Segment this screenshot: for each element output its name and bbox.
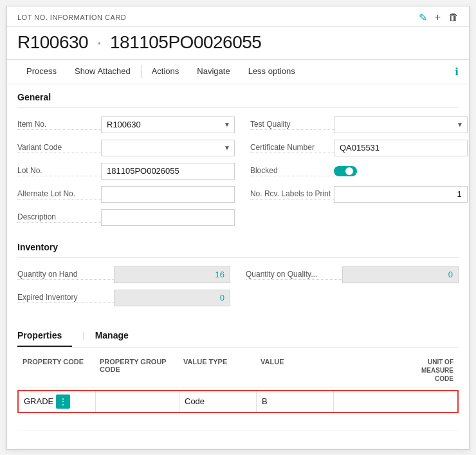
col-value-type: VALUE TYPE bbox=[178, 357, 255, 384]
toggle-thumb bbox=[345, 167, 353, 175]
item-no-label: Item No. bbox=[17, 120, 101, 130]
alt-lot-no-label: Alternate Lot No. bbox=[17, 189, 101, 200]
variant-code-label: Variant Code bbox=[17, 143, 101, 153]
card-header: LOT NO. INFORMATION CARD ✎ + 🗑 bbox=[7, 6, 469, 27]
cell-property-code: GRADE ⋮ bbox=[19, 391, 96, 412]
no-rcv-labels-input[interactable] bbox=[334, 186, 468, 203]
item-no-input-wrapper[interactable]: ▼ bbox=[101, 116, 235, 133]
qty-on-hand-number: 16 bbox=[215, 270, 224, 279]
card-header-title: LOT NO. INFORMATION CARD bbox=[17, 14, 126, 21]
general-fields-grid: Item No. ▼ Variant Code ▼ bbox=[17, 116, 459, 232]
delete-icon[interactable]: 🗑 bbox=[448, 12, 459, 24]
variant-code-input-wrapper[interactable]: ▼ bbox=[101, 140, 235, 156]
table-header: PROPERTY CODE PROPERTY GROUP CODE VALUE … bbox=[17, 354, 459, 387]
item-no-row: Item No. ▼ bbox=[17, 116, 235, 134]
cert-number-label: Certificate Number bbox=[250, 143, 334, 153]
tab-separator: | bbox=[82, 325, 84, 347]
general-right-col: Test Quality ▼ Certificate Number bbox=[250, 116, 468, 232]
item-no-input[interactable] bbox=[102, 118, 220, 131]
col-unit-of-measure-code: UNIT OFMEASURECODE bbox=[333, 357, 459, 384]
qty-on-quality-value[interactable]: 0 bbox=[342, 266, 459, 283]
tab-properties[interactable]: Properties bbox=[17, 325, 72, 347]
toolbar-show-attached[interactable]: Show Attached bbox=[66, 60, 140, 84]
qty-on-hand-row: Quantity on Hand 16 bbox=[17, 266, 230, 284]
property-code-value: GRADE bbox=[24, 396, 53, 406]
lot-no-row: Lot No. bbox=[17, 162, 235, 180]
description-row: Description bbox=[17, 209, 235, 227]
title-part2: 181105PO0026055 bbox=[110, 32, 261, 52]
info-icon[interactable]: ℹ bbox=[455, 66, 459, 78]
col-value: VALUE bbox=[255, 357, 333, 384]
blocked-label: Blocked bbox=[250, 166, 334, 176]
expired-inventory-value[interactable]: 0 bbox=[114, 290, 230, 306]
qty-on-quality-label: Quantity on Quality... bbox=[246, 270, 342, 280]
description-label: Description bbox=[17, 212, 101, 223]
inventory-grid: Quantity on Hand 16 Expired Inventory 0 … bbox=[17, 266, 459, 312]
general-left-col: Item No. ▼ Variant Code ▼ bbox=[17, 116, 235, 232]
test-quality-label: Test Quality bbox=[250, 120, 334, 130]
blocked-toggle[interactable] bbox=[334, 165, 357, 178]
toolbar-actions[interactable]: Actions bbox=[143, 60, 188, 84]
expired-inventory-number: 0 bbox=[220, 293, 224, 302]
variant-code-value: ▼ bbox=[101, 140, 235, 156]
toolbar: Process Show Attached Actions Navigate L… bbox=[7, 59, 469, 84]
test-quality-input-wrapper[interactable]: ▼ bbox=[334, 116, 468, 133]
no-rcv-labels-row: No. Rcv. Labels to Print bbox=[250, 185, 468, 203]
general-section-title: General bbox=[17, 92, 459, 108]
record-title: R100630 · 181105PO0026055 bbox=[7, 27, 469, 59]
general-section: General Item No. ▼ Variant Code bbox=[7, 84, 469, 232]
description-value bbox=[101, 209, 235, 226]
qty-on-hand-label: Quantity on Hand bbox=[17, 270, 114, 280]
cert-number-row: Certificate Number bbox=[250, 139, 468, 157]
blocked-value bbox=[334, 165, 468, 178]
expired-inventory-label: Expired Inventory bbox=[17, 293, 114, 303]
col-property-code: PROPERTY CODE bbox=[17, 357, 95, 384]
variant-code-input[interactable] bbox=[102, 141, 220, 154]
card-header-icons: ✎ + 🗑 bbox=[419, 12, 459, 24]
lot-info-card: LOT NO. INFORMATION CARD ✎ + 🗑 R100630 ·… bbox=[6, 6, 470, 450]
col-property-group-code: PROPERTY GROUP CODE bbox=[95, 357, 178, 384]
expired-inventory-row: Expired Inventory 0 bbox=[17, 289, 230, 307]
description-input[interactable] bbox=[101, 209, 235, 226]
edit-icon[interactable]: ✎ bbox=[419, 12, 427, 24]
tab-manage[interactable]: Manage bbox=[95, 325, 139, 347]
qty-on-quality-row: Quantity on Quality... 0 bbox=[246, 266, 459, 284]
lot-no-input[interactable] bbox=[101, 163, 235, 180]
test-quality-dropdown-arrow[interactable]: ▼ bbox=[453, 121, 467, 128]
no-rcv-labels-value bbox=[334, 186, 468, 203]
properties-tabs: Properties | Manage bbox=[17, 325, 459, 348]
cell-value: B bbox=[257, 391, 334, 412]
title-separator: · bbox=[96, 32, 101, 52]
row-context-menu-button[interactable]: ⋮ bbox=[56, 395, 70, 409]
test-quality-input[interactable] bbox=[334, 118, 453, 131]
value-value: B bbox=[262, 396, 268, 406]
variant-code-row: Variant Code ▼ bbox=[17, 139, 235, 157]
cell-unit-of-measure-code bbox=[334, 391, 457, 412]
item-no-dropdown-arrow[interactable]: ▼ bbox=[220, 121, 234, 128]
lot-no-label: Lot No. bbox=[17, 166, 101, 176]
qty-on-quality-number: 0 bbox=[448, 270, 453, 279]
lot-no-value bbox=[101, 163, 235, 180]
alt-lot-no-row: Alternate Lot No. bbox=[17, 185, 235, 203]
table-row: GRADE ⋮ Code B bbox=[17, 390, 459, 413]
inventory-right-col: Quantity on Quality... 0 bbox=[246, 266, 459, 312]
add-icon[interactable]: + bbox=[435, 12, 441, 24]
no-rcv-labels-label: No. Rcv. Labels to Print bbox=[250, 189, 334, 200]
properties-table: PROPERTY CODE PROPERTY GROUP CODE VALUE … bbox=[17, 354, 459, 449]
item-no-value: ▼ bbox=[101, 116, 235, 133]
empty-row-2 bbox=[17, 431, 459, 449]
cert-number-value bbox=[334, 140, 468, 156]
toolbar-less-options[interactable]: Less options bbox=[239, 60, 304, 84]
toolbar-navigate[interactable]: Navigate bbox=[188, 60, 239, 84]
value-type-value: Code bbox=[185, 396, 205, 406]
alt-lot-no-value bbox=[101, 186, 235, 203]
qty-on-hand-value[interactable]: 16 bbox=[114, 266, 230, 283]
variant-code-dropdown-arrow[interactable]: ▼ bbox=[220, 144, 234, 151]
cell-value-type: Code bbox=[179, 391, 257, 412]
inventory-left-col: Quantity on Hand 16 Expired Inventory 0 bbox=[17, 266, 230, 312]
cert-number-input[interactable] bbox=[334, 140, 468, 156]
toolbar-process[interactable]: Process bbox=[17, 60, 66, 84]
inventory-section: Inventory Quantity on Hand 16 Expired In… bbox=[7, 234, 469, 312]
test-quality-value: ▼ bbox=[334, 116, 468, 133]
alt-lot-no-input[interactable] bbox=[101, 186, 235, 203]
